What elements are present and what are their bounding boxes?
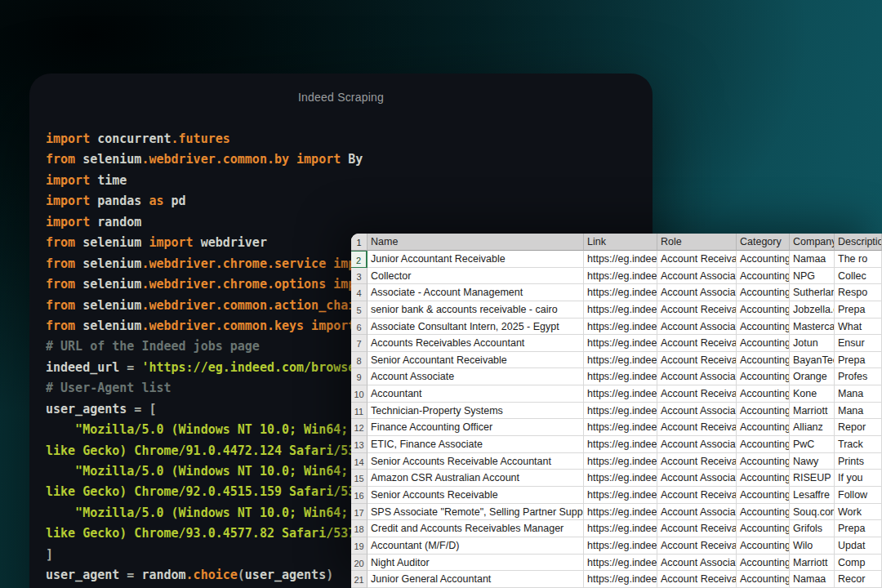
- row-number[interactable]: 2: [351, 251, 368, 268]
- cell-company[interactable]: NPG: [790, 268, 835, 285]
- cell-role[interactable]: Account Associate: [657, 555, 737, 572]
- cell-category[interactable]: Accounting: [737, 268, 790, 285]
- cell-desc[interactable]: Follow: [835, 487, 882, 504]
- cell-category[interactable]: Accounting: [737, 487, 790, 504]
- cell-category[interactable]: Accounting: [737, 571, 790, 588]
- cell-name[interactable]: senior bank & accounts receivable - cair…: [368, 301, 584, 318]
- cell-name[interactable]: Junior General Accountant: [368, 571, 584, 588]
- cell-link[interactable]: https://eg.indeed.com: [584, 251, 657, 268]
- column-header-role[interactable]: Role: [657, 234, 737, 251]
- column-header-category[interactable]: Category: [737, 234, 790, 251]
- row-number[interactable]: 7: [351, 335, 368, 352]
- cell-category[interactable]: Accounting: [737, 352, 790, 369]
- cell-company[interactable]: Kone: [790, 385, 835, 403]
- row-number[interactable]: 19: [351, 537, 368, 555]
- cell-company[interactable]: Jotun: [790, 335, 835, 352]
- cell-desc[interactable]: If you: [835, 470, 882, 487]
- row-number[interactable]: 10: [351, 385, 368, 403]
- cell-name[interactable]: Junior Accountant Receivable: [368, 251, 584, 268]
- cell-name[interactable]: Senior Accounts Receivable Accountant: [368, 453, 584, 470]
- cell-desc[interactable]: Prints: [835, 453, 882, 470]
- cell-company[interactable]: Nawy: [790, 453, 835, 470]
- row-number[interactable]: 15: [351, 470, 368, 487]
- row-number[interactable]: 4: [351, 284, 368, 301]
- cell-desc[interactable]: Recor: [835, 571, 882, 588]
- row-number[interactable]: 3: [351, 268, 368, 285]
- cell-category[interactable]: Accounting: [737, 520, 790, 537]
- cell-link[interactable]: https://eg.indeed.com: [584, 555, 657, 572]
- cell-role[interactable]: Account Receivable: [657, 520, 737, 537]
- cell-name[interactable]: Amazon CSR Australian Account: [368, 470, 584, 487]
- cell-role[interactable]: Account Receivable: [657, 571, 737, 588]
- cell-company[interactable]: Namaa: [790, 571, 835, 588]
- cell-name[interactable]: Accounts Receivables Accountant: [368, 335, 584, 352]
- cell-name[interactable]: Senior Accountant Receivable: [368, 352, 584, 369]
- cell-category[interactable]: Accounting: [737, 301, 790, 318]
- cell-link[interactable]: https://eg.indeed.com: [584, 268, 657, 285]
- row-number[interactable]: 14: [351, 453, 368, 470]
- cell-category[interactable]: Accounting: [737, 555, 790, 572]
- cell-role[interactable]: Account Receivable: [657, 419, 737, 436]
- cell-role[interactable]: Account Associate: [657, 318, 737, 336]
- cell-company[interactable]: BayanTech: [790, 352, 835, 369]
- cell-link[interactable]: https://eg.indeed.com: [584, 520, 657, 537]
- cell-category[interactable]: Accounting: [737, 453, 790, 470]
- row-number[interactable]: 13: [351, 436, 368, 453]
- cell-link[interactable]: https://eg.indeed.com: [584, 318, 657, 336]
- cell-name[interactable]: SPS Associate "Remote", Selling Partner …: [368, 504, 584, 521]
- cell-desc[interactable]: Prepa: [835, 352, 882, 369]
- cell-desc[interactable]: Comp: [835, 555, 882, 572]
- cell-role[interactable]: Account Associate: [657, 268, 737, 285]
- cell-company[interactable]: Namaa: [790, 251, 835, 268]
- cell-link[interactable]: https://eg.indeed.com: [584, 335, 657, 352]
- cell-role[interactable]: Account Associate: [657, 284, 737, 301]
- cell-role[interactable]: Account Receivable: [657, 453, 737, 470]
- cell-desc[interactable]: What: [835, 318, 882, 336]
- cell-role[interactable]: Account Associate: [657, 368, 737, 385]
- cell-company[interactable]: Lesaffre: [790, 487, 835, 504]
- cell-company[interactable]: Wilo: [790, 537, 835, 555]
- cell-category[interactable]: Accounting: [737, 537, 790, 555]
- cell-category[interactable]: Accounting: [737, 470, 790, 487]
- cell-desc[interactable]: Profes: [835, 368, 882, 385]
- cell-category[interactable]: Accounting: [737, 504, 790, 521]
- cell-link[interactable]: https://eg.indeed.com: [584, 368, 657, 385]
- cell-category[interactable]: Accounting: [737, 284, 790, 301]
- cell-role[interactable]: Account Associate: [657, 436, 737, 453]
- cell-link[interactable]: https://eg.indeed.com: [584, 571, 657, 588]
- cell-company[interactable]: Jobzella.com: [790, 301, 835, 318]
- row-number[interactable]: 1: [351, 234, 368, 251]
- cell-name[interactable]: Night Auditor: [368, 555, 584, 572]
- cell-desc[interactable]: Prepa: [835, 301, 882, 318]
- cell-role[interactable]: Account Receivable: [657, 385, 737, 403]
- cell-desc[interactable]: Ensur: [835, 335, 882, 352]
- cell-name[interactable]: ETIC, Finance Associate: [368, 436, 584, 453]
- cell-link[interactable]: https://eg.indeed.com: [584, 284, 657, 301]
- row-number[interactable]: 8: [351, 352, 368, 369]
- cell-role[interactable]: Account Receivable: [657, 537, 737, 555]
- cell-name[interactable]: Accountant: [368, 385, 584, 403]
- cell-link[interactable]: https://eg.indeed.com: [584, 504, 657, 521]
- cell-name[interactable]: Associate Consultant Intern, 2025 - Egyp…: [368, 318, 584, 336]
- cell-company[interactable]: RISEUP: [790, 470, 835, 487]
- cell-link[interactable]: https://eg.indeed.com: [584, 301, 657, 318]
- cell-role[interactable]: Account Receivable: [657, 352, 737, 369]
- column-header-link[interactable]: Link: [584, 234, 657, 251]
- cell-link[interactable]: https://eg.indeed.com: [584, 487, 657, 504]
- cell-category[interactable]: Accounting: [737, 419, 790, 436]
- row-number[interactable]: 16: [351, 487, 368, 504]
- row-number[interactable]: 5: [351, 301, 368, 318]
- cell-desc[interactable]: Updat: [835, 537, 882, 555]
- row-number[interactable]: 12: [351, 419, 368, 436]
- cell-link[interactable]: https://eg.indeed.com: [584, 470, 657, 487]
- cell-name[interactable]: Collector: [368, 268, 584, 285]
- cell-link[interactable]: https://eg.indeed.com: [584, 403, 657, 420]
- cell-category[interactable]: Accounting: [737, 335, 790, 352]
- column-header-company[interactable]: Company: [790, 234, 835, 251]
- cell-desc[interactable]: Mana: [835, 403, 882, 420]
- cell-name[interactable]: Credit and Accounts Receivables Manager: [368, 520, 584, 537]
- cell-company[interactable]: Allianz: [790, 419, 835, 436]
- cell-company[interactable]: Marriott: [790, 555, 835, 572]
- cell-desc[interactable]: Prepa: [835, 520, 882, 537]
- cell-role[interactable]: Account Associate: [657, 403, 737, 420]
